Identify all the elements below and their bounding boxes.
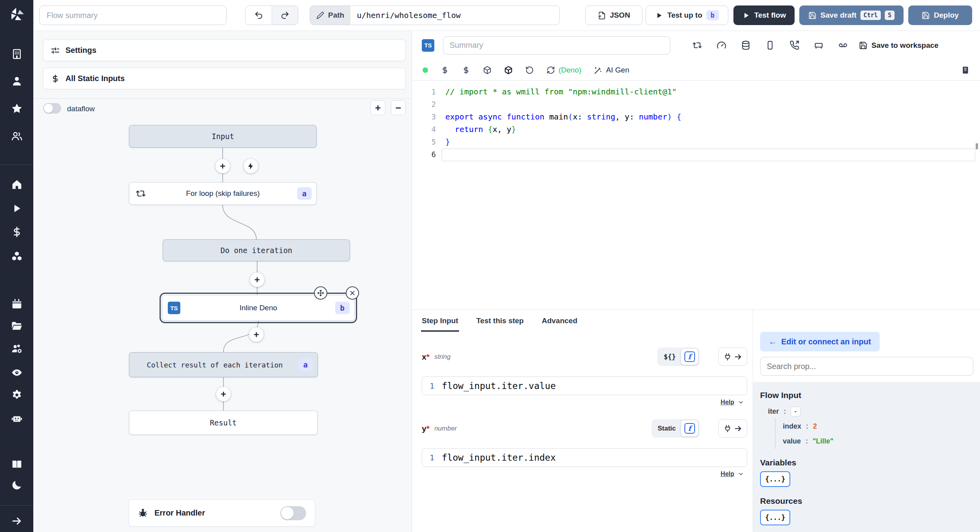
users-admin-icon[interactable] bbox=[11, 343, 23, 355]
home-icon[interactable] bbox=[11, 179, 23, 190]
flow-node-inline-deno[interactable]: TS Inline Deno b bbox=[162, 295, 355, 321]
code-line[interactable]: 5} bbox=[412, 136, 980, 148]
play-icon bbox=[655, 11, 663, 20]
edit-or-connect-button[interactable]: ← Edit or connect an input bbox=[760, 332, 880, 351]
add-step-button[interactable] bbox=[216, 387, 231, 402]
users-icon[interactable] bbox=[11, 130, 23, 142]
help-link[interactable]: Help bbox=[720, 399, 734, 406]
flow-node-input[interactable]: Input bbox=[129, 125, 317, 148]
trigger-bolt-button[interactable] bbox=[244, 159, 258, 174]
editor-header: TS Save to workspace bbox=[412, 31, 980, 60]
error-handler-toggle[interactable] bbox=[280, 506, 306, 520]
schedules-calendar-icon[interactable] bbox=[11, 298, 23, 310]
add-step-button[interactable] bbox=[249, 328, 264, 342]
tab-step-input[interactable]: Step Input bbox=[422, 310, 458, 332]
deploy-button[interactable]: Deploy bbox=[908, 5, 972, 25]
dollar-icon[interactable] bbox=[441, 66, 449, 74]
redo-button[interactable] bbox=[272, 6, 298, 25]
database-icon[interactable] bbox=[741, 40, 751, 50]
mode-template-option[interactable]: ${} bbox=[659, 353, 681, 361]
smartphone-icon[interactable] bbox=[765, 40, 775, 50]
path-field[interactable]: Path u/henri/wholesome_flow bbox=[310, 5, 560, 25]
settings-gear-icon[interactable] bbox=[11, 389, 23, 401]
history-rotate-ccw-icon[interactable] bbox=[525, 66, 534, 74]
runs-play-icon[interactable] bbox=[11, 203, 23, 214]
flow-node-do-one-iteration[interactable]: Do one iteration bbox=[163, 239, 350, 261]
code-line[interactable]: 6 bbox=[412, 148, 980, 161]
runtime-group: (Deno) bbox=[546, 66, 581, 74]
robot-icon[interactable] bbox=[11, 413, 23, 424]
code-line[interactable]: 4 return {x, y} bbox=[412, 123, 980, 136]
assistant-book-icon[interactable] bbox=[961, 66, 970, 74]
editor-scrollbar-mark[interactable] bbox=[976, 143, 978, 149]
mode-expression-option[interactable]: f bbox=[681, 420, 698, 436]
runtime-label[interactable]: (Deno) bbox=[559, 66, 581, 74]
refresh-icon[interactable] bbox=[546, 66, 555, 74]
prop-row-iter[interactable]: iter : - bbox=[768, 404, 973, 419]
input-mode-toggle[interactable]: ${} f bbox=[657, 347, 699, 366]
variables-expand-button[interactable]: {...} bbox=[760, 471, 790, 487]
user-icon[interactable] bbox=[11, 75, 23, 87]
test-flow-button[interactable]: Test flow bbox=[733, 5, 795, 25]
code-line[interactable]: 3export async function main(x: string, y… bbox=[412, 110, 980, 123]
trigger-icons bbox=[692, 40, 848, 50]
path-value[interactable]: u/henri/wholesome_flow bbox=[350, 6, 467, 25]
chevron-down-icon[interactable] bbox=[738, 471, 744, 477]
help-link[interactable]: Help bbox=[720, 470, 734, 478]
eye-icon[interactable] bbox=[11, 367, 23, 378]
field-x-expression-editor[interactable]: 1 flow_input.iter.value bbox=[422, 376, 747, 395]
phone-incoming-icon[interactable] bbox=[789, 40, 799, 50]
resources-boxes-icon[interactable] bbox=[11, 251, 23, 262]
bed-icon[interactable] bbox=[814, 40, 824, 50]
error-handler-row[interactable]: Error Handler bbox=[129, 499, 315, 527]
delete-node-button[interactable] bbox=[346, 286, 359, 300]
star-icon[interactable] bbox=[11, 103, 23, 114]
move-node-handle[interactable] bbox=[314, 286, 327, 300]
save-icon bbox=[922, 11, 930, 20]
package-box-icon[interactable] bbox=[483, 66, 492, 74]
repeat-icon[interactable] bbox=[692, 40, 702, 50]
editor-toolbar: (Deno) AI Gen bbox=[412, 60, 980, 81]
package-box-filled-icon[interactable] bbox=[504, 66, 513, 74]
resources-expand-button[interactable]: {...} bbox=[760, 510, 790, 525]
mode-static-option[interactable]: Static bbox=[653, 425, 681, 432]
tab-advanced[interactable]: Advanced bbox=[542, 310, 577, 332]
dollar-icon[interactable] bbox=[462, 66, 470, 74]
prop-row-value[interactable]: value : "Lille" bbox=[783, 434, 973, 449]
code-line[interactable]: 2 bbox=[412, 98, 980, 110]
search-prop-input[interactable] bbox=[760, 357, 973, 376]
expand-sidebar-arrow-icon[interactable] bbox=[11, 515, 23, 527]
folder-open-icon[interactable] bbox=[11, 320, 23, 332]
flow-node-forloop[interactable]: For loop (skip failures) a bbox=[129, 182, 317, 205]
step-summary-input[interactable] bbox=[443, 36, 670, 54]
input-mode-toggle[interactable]: Static f bbox=[652, 419, 699, 438]
ai-gen-button[interactable]: AI Gen bbox=[594, 66, 629, 74]
connect-input-button[interactable] bbox=[718, 419, 747, 438]
windmill-logo-icon[interactable] bbox=[9, 7, 25, 23]
code-area[interactable]: 1// import * as wmill from "npm:windmill… bbox=[412, 81, 980, 309]
flow-summary-input[interactable] bbox=[39, 5, 227, 25]
undo-button[interactable] bbox=[245, 6, 272, 25]
dark-mode-moon-icon[interactable] bbox=[11, 479, 23, 491]
docs-book-icon[interactable] bbox=[11, 458, 23, 470]
add-step-button[interactable] bbox=[216, 159, 230, 174]
flow-node-result[interactable]: Result bbox=[129, 411, 318, 435]
voicemail-icon[interactable] bbox=[838, 40, 848, 50]
prop-row-index[interactable]: index : 2 bbox=[783, 419, 973, 434]
mode-expression-option[interactable]: f bbox=[681, 349, 698, 365]
tab-test-this-step[interactable]: Test this step bbox=[476, 310, 524, 332]
add-step-button[interactable] bbox=[250, 273, 265, 287]
test-up-to-button[interactable]: Test up to b bbox=[646, 5, 728, 25]
field-y-expression-editor[interactable]: 1 flow_input.iter.index bbox=[422, 448, 747, 467]
save-draft-button[interactable]: Save draft Ctrl S bbox=[799, 5, 904, 25]
gauge-icon[interactable] bbox=[717, 40, 726, 50]
connect-input-button[interactable] bbox=[718, 347, 747, 366]
flow-node-collect-result[interactable]: Collect result of each iteration a bbox=[129, 352, 318, 377]
code-line[interactable]: 1// import * as wmill from "npm:windmill… bbox=[412, 85, 980, 98]
variables-dollar-icon[interactable] bbox=[11, 226, 23, 238]
collapse-button[interactable]: - bbox=[791, 407, 800, 416]
workspace-building-icon[interactable] bbox=[11, 48, 23, 60]
json-button[interactable]: JSON bbox=[585, 5, 642, 25]
chevron-down-icon[interactable] bbox=[738, 399, 744, 405]
save-to-workspace-button[interactable]: Save to workspace bbox=[859, 41, 938, 50]
